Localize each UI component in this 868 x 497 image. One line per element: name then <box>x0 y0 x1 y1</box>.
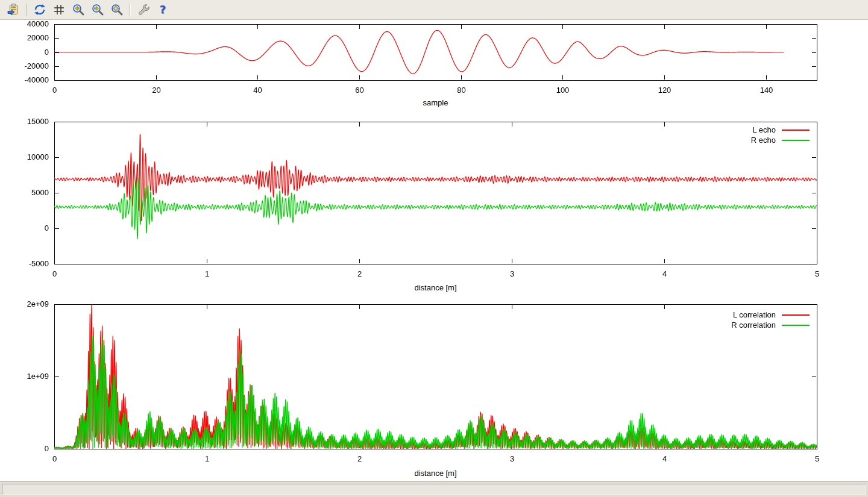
zoom-previous-icon <box>72 3 85 16</box>
legend-line-sample <box>782 140 810 141</box>
legend-line-sample <box>782 130 810 131</box>
legend-label: R echo <box>751 136 776 145</box>
settings-button[interactable] <box>135 2 152 17</box>
pulse-chart-xlabel: sample <box>54 97 817 109</box>
correlation-chart-xlabel: distance [m] <box>54 467 817 480</box>
pulse-chart-canvas[interactable] <box>0 20 868 95</box>
zoom-next-icon <box>91 3 104 16</box>
status-text <box>2 484 866 495</box>
svg-text:?: ? <box>160 3 166 16</box>
grid-icon <box>52 3 66 16</box>
gnuplot-window: ? ? sample L echo R echo distance [m] L … <box>0 0 868 497</box>
autoscale-icon <box>110 3 124 16</box>
export-icon <box>7 3 20 16</box>
export-button[interactable] <box>5 2 22 17</box>
zoom-previous-button[interactable] <box>70 2 87 17</box>
grid-button[interactable] <box>51 2 68 17</box>
legend-line-sample <box>782 325 810 326</box>
toolbar-separator <box>26 3 27 16</box>
autoscale-button[interactable] <box>108 2 125 17</box>
toolbar-separator <box>130 3 131 16</box>
help-icon: ? ? <box>156 3 169 16</box>
replot-button[interactable] <box>31 2 48 17</box>
legend-item: R echo <box>751 135 810 145</box>
legend-item: R correlation <box>731 320 810 330</box>
wrench-icon <box>137 3 150 16</box>
echo-chart-canvas[interactable] <box>0 114 868 281</box>
correlation-legend: L correlation R correlation <box>731 310 810 330</box>
status-bar <box>0 481 868 497</box>
echo-chart-xlabel: distance [m] <box>54 282 817 294</box>
replot-icon <box>33 3 46 16</box>
help-button[interactable]: ? ? <box>154 2 171 17</box>
legend-item: L correlation <box>731 310 810 320</box>
legend-item: L echo <box>751 125 810 135</box>
legend-line-sample <box>782 314 810 316</box>
legend-label: L correlation <box>733 310 776 319</box>
toolbar: ? ? <box>0 0 868 20</box>
echo-legend: L echo R echo <box>751 125 810 145</box>
legend-label: L echo <box>752 125 776 134</box>
legend-label: R correlation <box>731 320 776 330</box>
zoom-next-button[interactable] <box>89 2 106 17</box>
